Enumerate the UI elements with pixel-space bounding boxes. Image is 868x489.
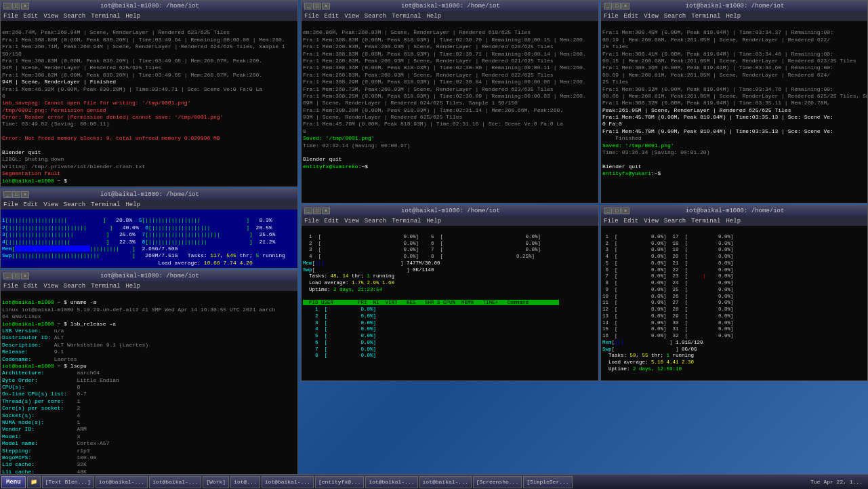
titlebar-controls-tl[interactable]: _ □ × [3, 3, 29, 9]
taskbar-item-2[interactable]: iot@baikal-... [96, 476, 148, 488]
close-button-tl[interactable]: × [21, 3, 29, 9]
maximize-button-htop[interactable]: □ [12, 191, 20, 198]
menu-help-htop[interactable]: Help [125, 201, 140, 208]
menu-help-tr[interactable]: Help [726, 13, 741, 20]
menu-help-mr[interactable]: Help [726, 218, 741, 224]
titlebar-tl: _ □ × iot@baikal-m1000: /home/iot [1, 1, 297, 12]
menu-search-tc[interactable]: Search [365, 13, 386, 20]
menu-search-mc[interactable]: Search [365, 218, 386, 224]
titlebar-tc: _ □ × iot@baikal-m1000: /home/iot [302, 1, 598, 12]
menu-help-tc[interactable]: Help [426, 13, 441, 20]
window-title-htop: iot@baikal-m1000: /home/iot [29, 191, 270, 198]
titlebar-controls-bl[interactable]: _ □ × [3, 273, 29, 279]
minimize-button-mc[interactable]: _ [304, 208, 312, 214]
menu-edit-tr[interactable]: Edit [624, 13, 639, 20]
maximize-button-bl[interactable]: □ [12, 273, 20, 279]
menu-edit-bl[interactable]: Edit [24, 283, 39, 290]
menu-terminal-mr[interactable]: Terminal [691, 218, 720, 224]
taskbar-item-3[interactable]: iot@baikal-... [149, 476, 201, 488]
window-title-tc: iot@baikal-m1000: /home/iot [330, 3, 571, 9]
menu-terminal-htop[interactable]: Terminal [91, 201, 120, 208]
minimize-button-tc[interactable]: _ [304, 3, 312, 9]
menu-view-tc[interactable]: View [344, 13, 359, 20]
menu-edit-mc[interactable]: Edit [325, 218, 339, 224]
menu-edit-tl[interactable]: Edit [24, 13, 39, 20]
minimize-button-htop[interactable]: _ [3, 191, 12, 198]
menu-file-tl[interactable]: File [3, 13, 18, 20]
taskbar-item-1[interactable]: [Text Blen...] [42, 476, 94, 488]
menu-file-mr[interactable]: File [604, 218, 619, 224]
menu-search-mr[interactable]: Search [664, 218, 686, 224]
htop-body: 1[|||||||||||||||||| ] 20.8% 5[|||||||||… [1, 210, 297, 268]
taskbar-item-0[interactable]: 📁 [27, 476, 41, 488]
menu-terminal-bl[interactable]: Terminal [91, 283, 120, 290]
menubar-mr: File Edit View Search Terminal Help [601, 216, 867, 226]
menu-terminal-mc[interactable]: Terminal [392, 218, 421, 224]
maximize-button-tr[interactable]: □ [613, 3, 621, 9]
menu-search-tr[interactable]: Search [664, 13, 686, 20]
menu-view-htop[interactable]: View [43, 201, 58, 208]
menu-search-htop[interactable]: Search [64, 201, 85, 208]
titlebar-controls-mr[interactable]: _ □ × [604, 208, 629, 214]
titlebar-controls-tc[interactable]: _ □ × [304, 3, 330, 9]
menu-view-tl[interactable]: View [43, 13, 58, 20]
menu-view-mr[interactable]: View [644, 218, 659, 224]
minimize-button-bl[interactable]: _ [3, 273, 12, 279]
window-title-tr: iot@baikal-m1000: /home/iot [629, 3, 840, 9]
taskbar-item-6[interactable]: iot@baikal-... [262, 476, 314, 488]
minimize-button-tr[interactable]: _ [604, 3, 612, 9]
menu-edit-htop[interactable]: Edit [24, 201, 39, 208]
taskbar-item-7[interactable]: [entityfx@... [315, 476, 364, 488]
taskbar-item-label-7: [entityfx@... [318, 479, 360, 485]
menu-terminal-tl[interactable]: Terminal [91, 13, 120, 20]
close-button-bl[interactable]: × [21, 273, 29, 279]
menu-help-bl[interactable]: Help [125, 283, 140, 290]
taskbar-item-label-3: iot@baikal-... [152, 479, 198, 485]
close-button-htop[interactable]: × [21, 191, 29, 198]
maximize-button-tl[interactable]: □ [12, 3, 20, 9]
menu-file-bl[interactable]: File [3, 283, 18, 290]
menu-terminal-tr[interactable]: Terminal [691, 13, 720, 20]
taskbar-item-9[interactable]: iot@baikal-... [419, 476, 472, 488]
menu-file-tr[interactable]: File [604, 13, 619, 20]
menu-file-mc[interactable]: File [304, 218, 319, 224]
close-button-tr[interactable]: × [621, 3, 629, 9]
maximize-button-mr[interactable]: □ [613, 208, 621, 214]
minimize-button-mr[interactable]: _ [604, 208, 612, 214]
taskbar-item-label-11: [SimpleSer... [526, 479, 569, 485]
taskbar-item-4[interactable]: [Work] [203, 476, 229, 488]
menu-search-tl[interactable]: Search [64, 13, 85, 20]
taskbar-item-5[interactable]: iot@... [230, 476, 260, 488]
menu-edit-tc[interactable]: Edit [325, 13, 339, 20]
menu-help-tl[interactable]: Help [125, 13, 140, 20]
menu-view-mc[interactable]: View [344, 218, 359, 224]
menu-help-mc[interactable]: Help [426, 218, 441, 224]
menu-terminal-tc[interactable]: Terminal [392, 13, 421, 20]
titlebar-controls-mc[interactable]: _ □ × [304, 208, 330, 214]
terminal-window-tr: _ □ × iot@baikal-m1000: /home/iot File E… [600, 0, 868, 203]
close-button-mc[interactable]: × [322, 208, 330, 214]
taskbar-item-8[interactable]: iot@baikal-... [365, 476, 417, 488]
taskbar-item-11[interactable]: [SimpleSer... [523, 476, 572, 488]
start-label: Menu [6, 479, 21, 486]
titlebar-controls-tr[interactable]: _ □ × [604, 3, 629, 9]
maximize-button-mc[interactable]: □ [313, 208, 321, 214]
start-button[interactable]: Menu [1, 476, 26, 488]
terminal-body-mr: 1 [ 0.0%] 17 [ 0.0%] 2 [ 0.0%] 18 [ 0.0%… [601, 226, 867, 380]
taskbar-item-label-5: iot@... [234, 479, 257, 485]
desktop: _ □ × iot@baikal-m1000: /home/iot File E… [0, 0, 868, 489]
menu-file-tc[interactable]: File [304, 13, 319, 20]
titlebar-bl: _ □ × iot@baikal-m1000: /home/iot [1, 271, 297, 281]
menu-edit-mr[interactable]: Edit [624, 218, 639, 224]
menu-view-bl[interactable]: View [43, 283, 58, 290]
taskbar-item-10[interactable]: [Screensho... [473, 476, 522, 488]
menu-file-htop[interactable]: File [3, 201, 18, 208]
taskbar-item-label-1: [Text Blen...] [45, 479, 91, 485]
minimize-button-tl[interactable]: _ [3, 3, 12, 9]
maximize-button-tc[interactable]: □ [313, 3, 321, 9]
titlebar-controls-htop[interactable]: _ □ × [3, 191, 29, 198]
menu-search-bl[interactable]: Search [64, 283, 85, 290]
close-button-tc[interactable]: × [322, 3, 330, 9]
close-button-mr[interactable]: × [621, 208, 629, 214]
menu-view-tr[interactable]: View [644, 13, 659, 20]
